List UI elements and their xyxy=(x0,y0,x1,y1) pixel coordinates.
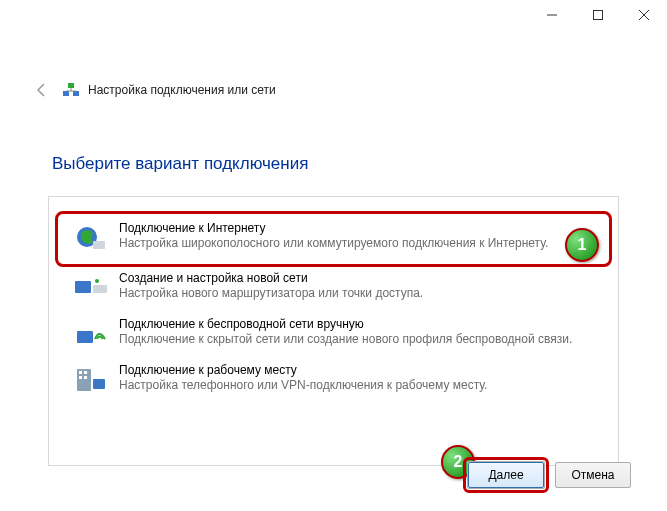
option-title: Подключение к Интернету xyxy=(119,221,594,235)
option-connect-internet[interactable]: Подключение к Интернету Настройка широко… xyxy=(57,213,610,265)
svg-rect-5 xyxy=(73,91,79,96)
option-desc: Настройка широкополосного или коммутируе… xyxy=(119,236,594,250)
option-create-network[interactable]: Создание и настройка новой сети Настройк… xyxy=(57,267,610,311)
router-icon xyxy=(73,271,109,307)
window-title: Настройка подключения или сети xyxy=(88,83,276,97)
svg-rect-14 xyxy=(77,331,93,343)
svg-rect-18 xyxy=(79,376,82,379)
option-wireless-manual[interactable]: Подключение к беспроводной сети вручную … xyxy=(57,313,610,357)
wifi-icon xyxy=(73,317,109,353)
options-list: Подключение к Интернету Настройка широко… xyxy=(48,196,619,466)
globe-icon xyxy=(73,221,109,257)
annotation-marker-1: 1 xyxy=(565,228,599,262)
close-button[interactable] xyxy=(621,0,667,30)
option-workplace[interactable]: Подключение к рабочему месту Настройка т… xyxy=(57,359,610,403)
next-button[interactable]: Далее xyxy=(468,462,544,488)
minimize-button[interactable] xyxy=(529,0,575,30)
titlebar xyxy=(0,0,667,34)
header: Настройка подключения или сети xyxy=(0,34,667,110)
option-title: Подключение к беспроводной сети вручную xyxy=(119,317,594,331)
content-area: Выберите вариант подключения Подключение… xyxy=(0,154,667,466)
option-title: Создание и настройка новой сети xyxy=(119,271,594,285)
svg-rect-1 xyxy=(594,11,603,20)
page-heading: Выберите вариант подключения xyxy=(52,154,623,174)
option-desc: Подключение к скрытой сети или создание … xyxy=(119,332,594,346)
back-arrow-icon[interactable] xyxy=(28,76,56,104)
cancel-button[interactable]: Отмена xyxy=(555,462,631,488)
svg-rect-6 xyxy=(68,83,74,88)
svg-rect-11 xyxy=(75,281,91,293)
svg-rect-20 xyxy=(93,379,105,389)
svg-rect-19 xyxy=(84,376,87,379)
maximize-button[interactable] xyxy=(575,0,621,30)
next-button-wrap: Далее xyxy=(467,461,545,489)
network-wizard-window: Настройка подключения или сети Выберите … xyxy=(0,0,667,511)
option-desc: Настройка нового маршрутизатора или точк… xyxy=(119,286,594,300)
svg-rect-16 xyxy=(79,371,82,374)
svg-rect-10 xyxy=(93,241,105,249)
option-title: Подключение к рабочему месту xyxy=(119,363,594,377)
option-desc: Настройка телефонного или VPN-подключени… xyxy=(119,378,594,392)
svg-rect-17 xyxy=(84,371,87,374)
svg-rect-4 xyxy=(63,91,69,96)
workplace-icon xyxy=(73,363,109,399)
svg-rect-12 xyxy=(93,285,107,293)
footer-buttons: Далее Отмена xyxy=(467,461,631,489)
network-icon xyxy=(62,81,80,99)
svg-point-13 xyxy=(95,279,99,283)
